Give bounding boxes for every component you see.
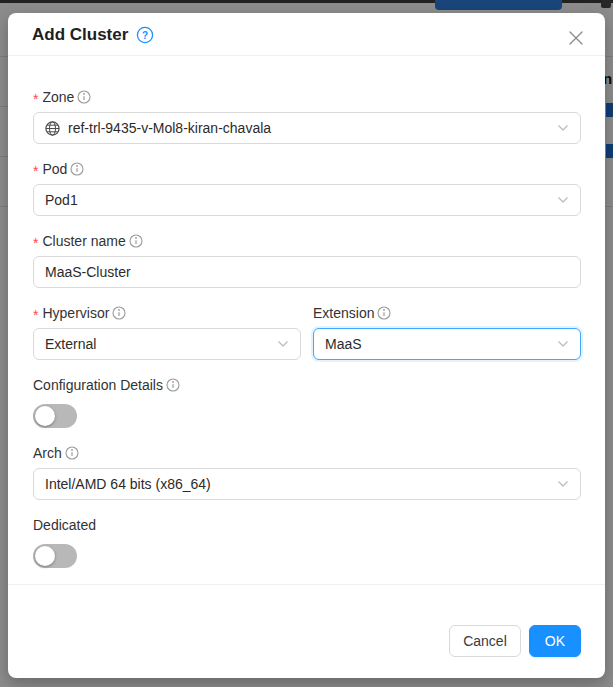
add-cluster-modal: Add Cluster ? * Zone xyxy=(8,13,605,678)
form-row-hypervisor-extension: * Hypervisor External xyxy=(33,302,581,360)
required-marker: * xyxy=(33,88,38,106)
dedicated-toggle[interactable] xyxy=(33,544,77,568)
close-icon[interactable] xyxy=(565,27,587,49)
zone-label: * Zone xyxy=(33,86,581,108)
info-circle-icon[interactable] xyxy=(70,162,84,176)
globe-icon xyxy=(45,121,60,136)
screen: n Add Cluster ? * xyxy=(0,0,613,687)
modal-body: * Zone xyxy=(8,56,605,584)
ok-button[interactable]: OK xyxy=(529,625,581,657)
zone-select-value: ref-trl-9435-v-Mol8-kiran-chavala xyxy=(68,120,569,136)
info-circle-icon[interactable] xyxy=(377,306,391,320)
toggle-knob xyxy=(35,406,55,426)
pod-label: * Pod xyxy=(33,158,581,180)
arch-select-value: Intel/AMD 64 bits (x86_64) xyxy=(45,476,569,492)
modal-header: Add Cluster ? xyxy=(8,13,605,56)
chevron-down-icon xyxy=(277,340,289,348)
hypervisor-label-text: Hypervisor xyxy=(42,305,109,321)
chevron-down-icon xyxy=(557,480,569,488)
arch-label: Arch xyxy=(33,442,581,464)
hypervisor-label: * Hypervisor xyxy=(33,302,301,324)
extension-select-value: MaaS xyxy=(325,336,569,352)
form-item-extension: Extension MaaS xyxy=(313,302,581,360)
arch-label-text: Arch xyxy=(33,445,62,461)
info-circle-icon[interactable] xyxy=(129,234,143,248)
dedicated-label: Dedicated xyxy=(33,514,581,536)
zone-label-text: Zone xyxy=(42,89,74,105)
form-item-arch: Arch Intel/AMD 64 bits (x86_64) xyxy=(33,442,581,500)
hypervisor-select-value: External xyxy=(45,336,289,352)
chevron-down-icon xyxy=(557,124,569,132)
arch-select[interactable]: Intel/AMD 64 bits (x86_64) xyxy=(33,468,581,500)
info-circle-icon[interactable] xyxy=(77,90,91,104)
pod-select[interactable]: Pod1 xyxy=(33,184,581,216)
configuration-details-label: Configuration Details xyxy=(33,374,581,396)
cancel-button[interactable]: Cancel xyxy=(449,625,521,657)
form-item-dedicated: Dedicated xyxy=(33,514,581,568)
extension-label-text: Extension xyxy=(313,305,374,321)
form-item-cluster-name: * Cluster name MaaS-Cluster xyxy=(33,230,581,288)
extension-label: Extension xyxy=(313,302,581,324)
required-marker: * xyxy=(33,160,38,178)
required-marker: * xyxy=(33,304,38,322)
configuration-details-label-text: Configuration Details xyxy=(33,377,163,393)
required-marker: * xyxy=(33,232,38,250)
cluster-name-input-value: MaaS-Cluster xyxy=(45,264,131,280)
pod-select-value: Pod1 xyxy=(45,192,569,208)
zone-select[interactable]: ref-trl-9435-v-Mol8-kiran-chavala xyxy=(33,112,581,144)
form-item-pod: * Pod Pod1 xyxy=(33,158,581,216)
pod-label-text: Pod xyxy=(42,161,67,177)
dedicated-label-text: Dedicated xyxy=(33,517,96,533)
info-circle-icon[interactable] xyxy=(166,378,180,392)
form-item-configuration-details: Configuration Details xyxy=(33,374,581,428)
modal-footer: Cancel OK xyxy=(8,584,605,678)
info-circle-icon[interactable] xyxy=(65,446,79,460)
configuration-details-toggle[interactable] xyxy=(33,404,77,428)
form-item-hypervisor: * Hypervisor External xyxy=(33,302,301,360)
chevron-down-icon xyxy=(557,340,569,348)
svg-text:?: ? xyxy=(142,29,148,40)
cluster-name-label: * Cluster name xyxy=(33,230,581,252)
cluster-name-label-text: Cluster name xyxy=(42,233,125,249)
toggle-knob xyxy=(35,546,55,566)
form-item-zone: * Zone xyxy=(33,86,581,144)
extension-select[interactable]: MaaS xyxy=(313,328,581,360)
modal-title: Add Cluster xyxy=(32,23,128,46)
hypervisor-select[interactable]: External xyxy=(33,328,301,360)
question-circle-icon[interactable]: ? xyxy=(136,26,154,44)
cluster-name-input[interactable]: MaaS-Cluster xyxy=(33,256,581,288)
info-circle-icon[interactable] xyxy=(112,306,126,320)
chevron-down-icon xyxy=(557,196,569,204)
